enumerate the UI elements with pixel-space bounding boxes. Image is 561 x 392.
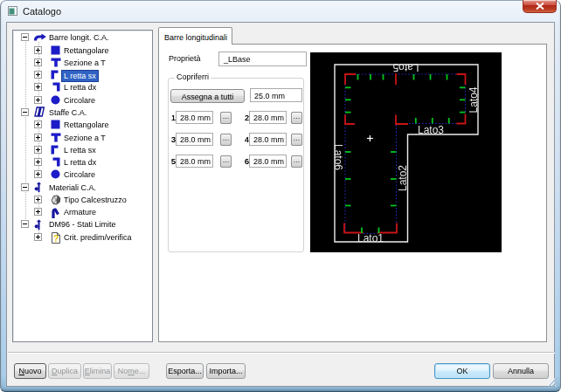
svg-text:Lato5: Lato5 [392, 61, 419, 73]
svg-text:Lato3: Lato3 [418, 124, 444, 136]
svg-text:Lato2: Lato2 [397, 165, 409, 191]
svg-text:?: ? [53, 234, 59, 244]
svg-text:Lato6: Lato6 [332, 144, 344, 170]
svg-text:Lato4: Lato4 [468, 86, 480, 113]
svg-text:Lato1: Lato1 [357, 232, 384, 244]
